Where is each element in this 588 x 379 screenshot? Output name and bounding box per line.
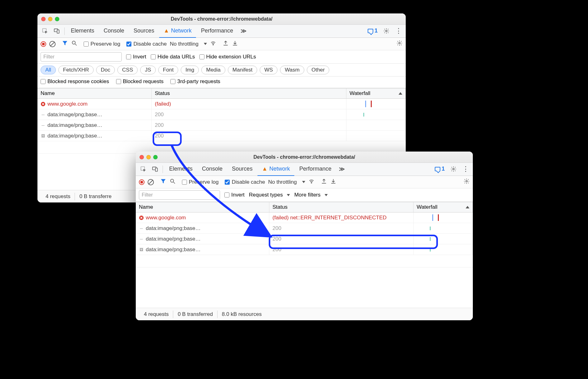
inspect-icon[interactable]: [138, 163, 149, 176]
pill-wasm[interactable]: Wasm: [280, 66, 304, 74]
tab-sources[interactable]: Sources: [228, 163, 257, 176]
table-row[interactable]: –data:image/png;base… 200: [136, 234, 473, 244]
pill-all[interactable]: All: [41, 66, 56, 74]
pill-ws[interactable]: WS: [260, 66, 277, 74]
table-row[interactable]: –data:image/png;base… 200: [37, 109, 406, 120]
filter-icon[interactable]: [62, 40, 68, 48]
tab-network[interactable]: ▲Network: [159, 25, 196, 38]
table-row[interactable]: –data:image/png;base… 200: [136, 223, 473, 234]
tab-performance[interactable]: Performance: [197, 25, 238, 38]
disable-cache-checkbox[interactable]: Disable cache: [126, 41, 167, 47]
throttling-dropdown[interactable]: No throttling: [170, 41, 207, 47]
column-waterfall[interactable]: Waterfall: [414, 202, 473, 212]
pill-media[interactable]: Media: [201, 66, 225, 74]
search-icon[interactable]: [71, 40, 77, 48]
table-row[interactable]: –data:image/png;base… 200: [37, 120, 406, 131]
network-conditions-icon[interactable]: [210, 40, 216, 48]
preserve-log-checkbox[interactable]: Preserve log: [84, 41, 120, 47]
device-icon[interactable]: [51, 25, 62, 38]
third-party-checkbox[interactable]: 3rd-party requests: [170, 78, 220, 85]
request-types-dropdown[interactable]: Request types: [249, 192, 290, 198]
titlebar[interactable]: DevTools - chrome-error://chromewebdata/: [37, 13, 406, 25]
issues-button[interactable]: 1: [365, 25, 380, 38]
network-settings-icon[interactable]: [463, 178, 470, 186]
request-status: (failed): [152, 99, 346, 109]
more-tabs-icon[interactable]: ≫: [336, 163, 347, 176]
search-icon[interactable]: [169, 178, 176, 186]
minimize-icon[interactable]: [146, 155, 151, 159]
more-tabs-icon[interactable]: ≫: [238, 25, 249, 38]
disable-cache-label: Disable cache: [133, 41, 167, 47]
requests-count: 4 requests: [140, 311, 173, 318]
pill-doc[interactable]: Doc: [96, 66, 115, 74]
pill-js[interactable]: JS: [140, 66, 156, 74]
tab-sources[interactable]: Sources: [129, 25, 159, 38]
pill-font[interactable]: Font: [158, 66, 178, 74]
table-row[interactable]: 🖼data:image/png;base… 200: [136, 244, 473, 255]
titlebar[interactable]: DevTools - chrome-error://chromewebdata/: [136, 152, 473, 163]
pill-css[interactable]: CSS: [117, 66, 138, 74]
kebab-icon[interactable]: ⋮: [460, 163, 471, 176]
empty-area: [136, 255, 473, 267]
clear-button[interactable]: [148, 179, 154, 185]
column-name[interactable]: Name: [136, 202, 269, 212]
throttling-dropdown[interactable]: No throttling: [268, 179, 305, 185]
blocked-requests-checkbox[interactable]: Blocked requests: [116, 78, 164, 85]
caret-icon: [204, 43, 207, 45]
table-row[interactable]: www.google.com (failed) net::ERR_INTERNE…: [136, 212, 473, 223]
filter-input[interactable]: [139, 190, 220, 200]
hide-data-urls-checkbox[interactable]: Hide data URLs: [151, 54, 195, 60]
tab-console[interactable]: Console: [198, 163, 227, 176]
preserve-log-checkbox[interactable]: Preserve log: [182, 179, 218, 185]
column-waterfall[interactable]: Waterfall: [346, 88, 406, 98]
hide-extension-urls-checkbox[interactable]: Hide extension URLs: [199, 54, 256, 60]
blocked-cookies-checkbox[interactable]: Blocked response cookies: [41, 78, 109, 85]
invert-checkbox[interactable]: Invert: [224, 192, 245, 198]
network-settings-icon[interactable]: [396, 40, 403, 48]
column-status[interactable]: Status: [152, 88, 346, 98]
download-har-icon[interactable]: [232, 40, 238, 48]
more-filters-dropdown[interactable]: More filters: [294, 192, 328, 198]
record-button[interactable]: [41, 41, 46, 47]
upload-har-icon[interactable]: [321, 178, 327, 186]
tab-console[interactable]: Console: [99, 25, 129, 38]
upload-har-icon[interactable]: [223, 40, 229, 48]
maximize-icon[interactable]: [153, 155, 158, 159]
waterfall-bar: [414, 234, 473, 244]
download-har-icon[interactable]: [330, 178, 336, 186]
filter-icon[interactable]: [160, 178, 166, 186]
tab-elements[interactable]: Elements: [66, 25, 99, 38]
tab-performance[interactable]: Performance: [295, 163, 336, 176]
network-conditions-icon[interactable]: [308, 178, 315, 186]
table-row[interactable]: 🖼data:image/png;base… 200: [37, 131, 406, 141]
pill-other[interactable]: Other: [307, 66, 330, 74]
close-icon[interactable]: [140, 155, 144, 159]
pill-manifest[interactable]: Manifest: [228, 66, 257, 74]
settings-icon[interactable]: [448, 163, 459, 176]
network-toolbar: Preserve log Disable cache No throttling: [136, 176, 473, 188]
settings-icon[interactable]: [381, 25, 392, 38]
disable-cache-checkbox[interactable]: Disable cache: [225, 179, 265, 185]
request-name: data:image/png;base…: [146, 236, 201, 242]
issues-button[interactable]: 1: [432, 163, 447, 176]
kebab-icon[interactable]: ⋮: [393, 25, 404, 38]
tab-elements[interactable]: Elements: [165, 163, 197, 176]
maximize-icon[interactable]: [55, 17, 59, 21]
invert-checkbox[interactable]: Invert: [126, 54, 146, 60]
transferred: 0 B transferred: [173, 311, 217, 318]
close-icon[interactable]: [41, 17, 46, 21]
record-button[interactable]: [139, 179, 145, 185]
column-status[interactable]: Status: [269, 202, 414, 212]
minimize-icon[interactable]: [48, 17, 52, 21]
pill-fetchxhr[interactable]: Fetch/XHR: [58, 66, 94, 74]
request-status: 200: [269, 244, 414, 255]
status-bar: 4 requests 0 B transferred 8.0 kB resour…: [136, 308, 473, 320]
device-icon[interactable]: [149, 163, 161, 176]
clear-button[interactable]: [49, 41, 56, 47]
table-row[interactable]: www.google.com (failed): [37, 99, 406, 109]
pill-img[interactable]: Img: [181, 66, 199, 74]
column-name[interactable]: Name: [37, 88, 152, 98]
tab-network[interactable]: ▲Network: [257, 163, 294, 176]
filter-input[interactable]: [41, 52, 122, 62]
inspect-icon[interactable]: [39, 25, 51, 38]
